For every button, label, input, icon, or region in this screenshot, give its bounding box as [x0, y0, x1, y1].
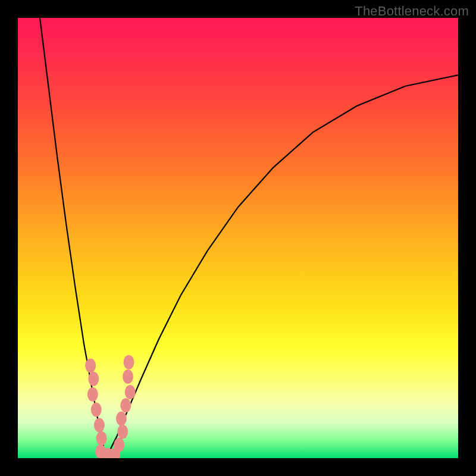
- data-marker: [120, 398, 131, 412]
- data-marker: [123, 369, 133, 384]
- data-marker: [94, 418, 105, 433]
- data-marker: [116, 411, 127, 425]
- data-marker: [87, 387, 98, 402]
- data-marker: [123, 355, 134, 369]
- data-marker: [85, 359, 96, 373]
- data-marker: [96, 431, 107, 446]
- watermark-text: TheBottleneck.com: [355, 4, 469, 19]
- data-marker: [114, 438, 124, 452]
- data-marker: [117, 425, 128, 439]
- plot-area: [18, 18, 458, 458]
- gradient-background: [18, 18, 458, 458]
- outer-frame: TheBottleneck.com: [0, 0, 476, 476]
- data-marker: [91, 403, 102, 417]
- data-marker: [88, 372, 99, 386]
- chart-canvas: [18, 18, 458, 458]
- data-marker: [125, 385, 136, 399]
